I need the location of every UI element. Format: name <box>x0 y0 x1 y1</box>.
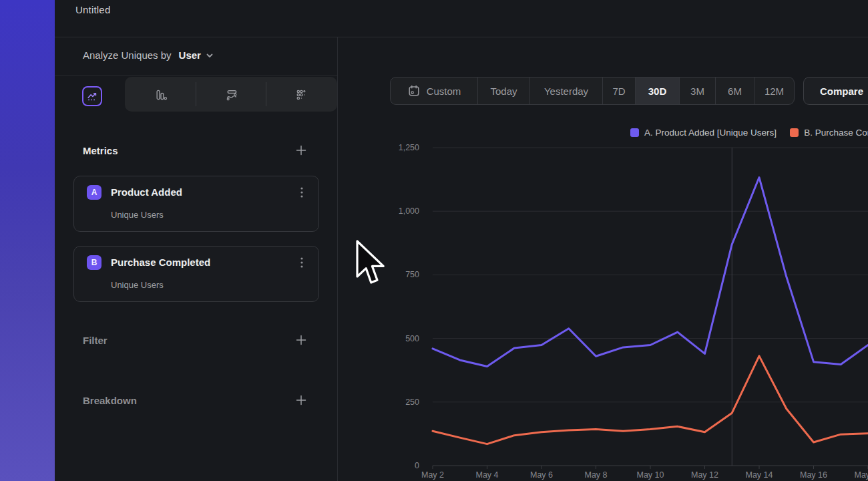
series-line-a[interactable] <box>433 178 868 367</box>
series-line-b[interactable] <box>433 356 868 444</box>
x-axis-tick-label: May 14 <box>738 470 781 480</box>
y-axis-tick-label: 1,000 <box>389 206 419 216</box>
x-axis-tick-label: May 4 <box>466 470 509 480</box>
x-axis-tick-label: May 8 <box>575 470 618 480</box>
y-axis-tick-label: 1,250 <box>389 143 419 152</box>
y-axis-tick-label: 250 <box>389 397 419 407</box>
x-axis-tick-label: May 18 <box>847 470 868 480</box>
x-axis-tick-label: May 12 <box>684 470 726 480</box>
x-axis-tick-label: May 10 <box>629 470 672 480</box>
y-axis-tick-label: 500 <box>389 334 419 343</box>
chart-plot-area[interactable] <box>0 0 868 481</box>
y-axis-tick-label: 750 <box>389 270 419 279</box>
x-axis-tick-label: May 6 <box>520 470 563 480</box>
app-window: Untitled Analyze Uniques by User <box>0 0 868 481</box>
x-axis-tick-label: May 2 <box>411 470 454 480</box>
x-axis-tick-label: May 16 <box>793 470 835 480</box>
y-axis-tick-label: 0 <box>389 461 419 470</box>
